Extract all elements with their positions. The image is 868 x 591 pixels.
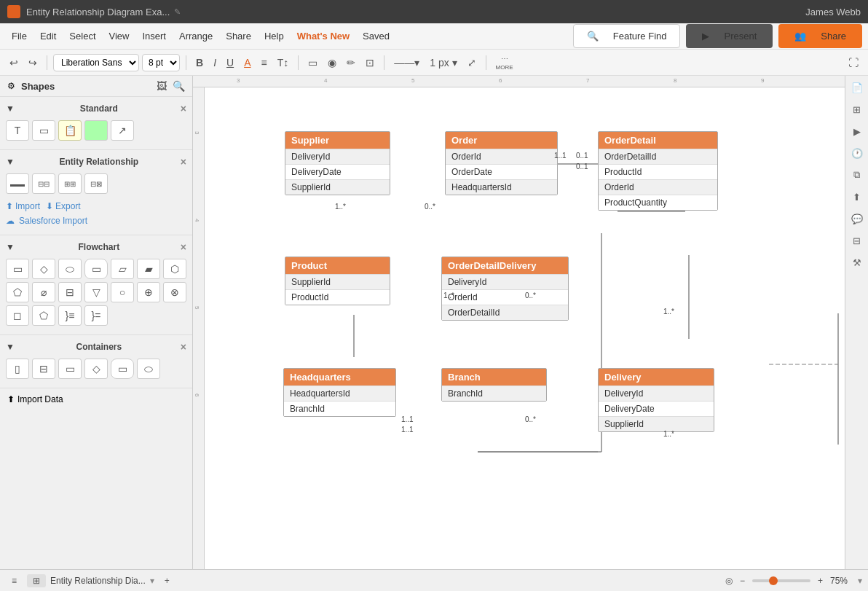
line-style-button[interactable]: ——▾ (390, 55, 423, 71)
entity-delivery[interactable]: Delivery DeliveryId DeliveryDate Supplie… (598, 368, 714, 432)
cont-box[interactable]: ▭ (58, 359, 82, 379)
entity-product[interactable]: Product SupplierId ProductId (285, 257, 390, 305)
grid-view-button[interactable]: ⊞ (27, 574, 46, 587)
font-select[interactable]: Liberation Sans (53, 54, 139, 71)
zoom-slider[interactable] (752, 579, 810, 582)
menu-file[interactable]: File (6, 28, 33, 44)
containers-close[interactable]: × (181, 341, 186, 353)
menu-share[interactable]: Share (220, 28, 257, 44)
font-color-button[interactable]: A (240, 55, 254, 71)
menu-insert[interactable]: Insert (136, 28, 172, 44)
menu-arrange[interactable]: Arrange (173, 28, 218, 44)
shadow-button[interactable]: ⊡ (362, 55, 378, 71)
bold-button[interactable]: B (192, 55, 207, 71)
feature-find-button[interactable]: 🔍 Feature Find (573, 24, 681, 48)
shapes-search-icon[interactable]: 🔍 (173, 80, 185, 92)
connector-button[interactable]: ⤢ (464, 55, 480, 71)
fullscreen-button[interactable]: ⛶ (845, 55, 862, 71)
rp-clock-icon[interactable]: 🕐 (848, 144, 866, 162)
er-shape-1[interactable]: ▬▬ (6, 173, 29, 194)
entity-headquarters[interactable]: Headquarters HeadquartersId BranchId (283, 368, 396, 417)
fc-list1[interactable]: }≡ (58, 305, 82, 326)
rp-tools-icon[interactable]: ⚒ (848, 254, 866, 271)
rp-presentation-icon[interactable]: ▶ (848, 122, 866, 140)
undo-button[interactable]: ↩ (6, 55, 22, 71)
colored-rect-shape[interactable] (84, 120, 108, 141)
fill-button[interactable]: ◉ (324, 55, 340, 71)
fc-oct[interactable]: ⬠ (6, 282, 29, 302)
cont-rounded[interactable]: ▭ (111, 359, 134, 379)
er-shape-4[interactable]: ⊟⊠ (84, 173, 108, 194)
er-section-header[interactable]: ▼ Entity Relationship × (6, 154, 186, 169)
fc-callout[interactable]: ▱ (111, 259, 134, 279)
entity-order[interactable]: Order OrderId OrderDate HeadquartersId (445, 131, 558, 195)
flowchart-close[interactable]: × (181, 241, 186, 253)
entity-orderdetail[interactable]: OrderDetail OrderDetailId ProductId Orde… (598, 131, 718, 211)
zoom-dropdown-icon[interactable]: ▾ (858, 576, 862, 586)
present-button[interactable]: ▶ Present (686, 24, 773, 48)
menu-saved[interactable]: Saved (357, 28, 395, 44)
rect-shape[interactable]: ▭ (32, 120, 55, 141)
fc-cross[interactable]: ⊕ (137, 282, 160, 302)
fc-sub[interactable]: ⊟ (58, 282, 82, 302)
more-button[interactable]: ⋯ MORE (492, 52, 517, 73)
redo-button[interactable]: ↪ (25, 55, 41, 71)
fc-cyl[interactable]: ⌀ (32, 282, 55, 302)
er-close[interactable]: × (181, 156, 186, 168)
fc-tri[interactable]: ▽ (84, 282, 108, 302)
menu-select[interactable]: Select (63, 28, 101, 44)
fc-diamond[interactable]: ◇ (32, 259, 55, 279)
zoom-out-button[interactable]: − (737, 574, 748, 587)
standard-close[interactable]: × (181, 103, 186, 114)
flowchart-section-header[interactable]: ▼ Flowchart × (6, 240, 186, 254)
fc-oval[interactable]: ⬭ (58, 259, 82, 279)
list-view-button[interactable]: ≡ (6, 574, 23, 587)
er-shape-2[interactable]: ⊟⊟ (32, 173, 55, 194)
menu-whats-new[interactable]: What's New (291, 28, 355, 44)
fc-hex[interactable]: ⬡ (163, 259, 186, 279)
italic-button[interactable]: I (210, 55, 220, 71)
rp-shapes-icon[interactable]: ⊟ (848, 232, 866, 249)
arrow-shape[interactable]: ↗ (111, 120, 134, 141)
fc-sm[interactable]: ◻ (6, 305, 29, 326)
fc-para[interactable]: ▰ (137, 259, 160, 279)
import-data-button[interactable]: ⬆ Import Data (0, 388, 192, 410)
menu-help[interactable]: Help (259, 28, 290, 44)
fc-pent[interactable]: ⬠ (32, 305, 55, 326)
import-button[interactable]: ⬆ Import (6, 201, 40, 211)
fc-list2[interactable]: }= (84, 305, 108, 326)
er-shape-3[interactable]: ⊞⊞ (58, 173, 82, 194)
cont-diamond[interactable]: ◇ (84, 359, 108, 379)
zoom-in-button[interactable]: + (815, 574, 826, 587)
text-shape[interactable]: T (6, 120, 29, 141)
standard-section-header[interactable]: ▼ Standard × (6, 101, 186, 116)
fc-rounded[interactable]: ▭ (84, 259, 108, 279)
salesforce-button[interactable]: ☁ Salesforce Import (6, 214, 186, 230)
line-color-button[interactable]: ✏ (343, 55, 359, 71)
canvas[interactable]: Supplier DeliveryId DeliveryDate Supplie… (205, 87, 845, 569)
cont-rect[interactable]: ▯ (6, 359, 29, 379)
cont-ellipse[interactable]: ⬭ (137, 359, 160, 379)
fc-prohib[interactable]: ⊗ (163, 282, 186, 302)
entity-orderdetaildelivery[interactable]: OrderDetailDelivery DeliveryId OrderId O… (441, 257, 569, 321)
line-width-button[interactable]: 1 px ▾ (426, 55, 460, 71)
rp-comment-icon[interactable]: 💬 (848, 210, 866, 227)
canvas-area[interactable]: 3 4 5 6 7 8 9 3 4 5 6 (193, 76, 845, 569)
cont-swim[interactable]: ⊟ (32, 359, 55, 379)
rp-table-icon[interactable]: ⊞ (848, 101, 866, 118)
rp-page-icon[interactable]: 📄 (848, 79, 866, 96)
text-dir-button[interactable]: T↕ (274, 55, 293, 71)
shape-button[interactable]: ▭ (304, 55, 321, 71)
containers-section-header[interactable]: ▼ Containers × (6, 340, 186, 354)
menu-view[interactable]: View (103, 28, 135, 44)
rp-upload-icon[interactable]: ⬆ (848, 188, 866, 206)
entity-branch[interactable]: Branch BranchId (441, 368, 547, 402)
align-left-button[interactable]: ≡ (257, 55, 270, 71)
entity-supplier[interactable]: Supplier DeliveryId DeliveryDate Supplie… (285, 131, 390, 195)
edit-title-icon[interactable]: ✎ (174, 7, 181, 17)
add-tab-button[interactable]: + (159, 574, 175, 587)
underline-button[interactable]: U (223, 55, 237, 71)
shapes-image-icon[interactable]: 🖼 (157, 80, 167, 92)
sticky-shape[interactable]: 📋 (58, 120, 82, 141)
share-button[interactable]: 👥 Share (778, 24, 862, 48)
